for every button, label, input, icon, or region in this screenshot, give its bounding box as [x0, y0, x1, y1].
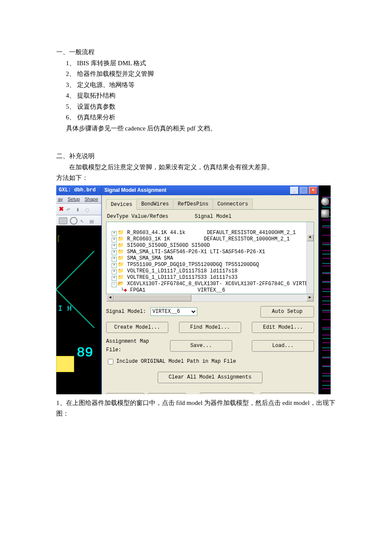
clear-all-button[interactable]: Clear All Model Assignments	[158, 372, 262, 383]
checkbox-input[interactable]	[108, 359, 113, 364]
list-item: 3、 定义电源、地网络等	[56, 80, 337, 91]
close-icon[interactable]: ✖	[59, 204, 64, 214]
scroll-right-icon[interactable]: ▶	[306, 295, 314, 301]
header-devtype: DevType Value/Refdes	[107, 212, 195, 221]
camera-icon[interactable]	[321, 209, 329, 218]
scroll-thumb[interactable]	[114, 295, 191, 301]
tab-connectors[interactable]: Connectors	[213, 199, 253, 209]
create-model-button[interactable]: Create Model...	[106, 322, 168, 333]
list-item: 4、 提取拓扑结构	[56, 90, 337, 101]
tab-refdespins[interactable]: RefDesPins	[173, 199, 213, 209]
find-model-button[interactable]: Find Model...	[179, 322, 241, 333]
tab-devices[interactable]: Devices	[106, 199, 137, 210]
signal-model-assignment-dialog: Signal Model Assignment _ □ × Devices Bo…	[101, 185, 319, 394]
paragraph: 1、在上图给器件加载模型的窗口中，点击 fild model 为器件加载模型，然…	[56, 398, 337, 419]
rect-tool-icon[interactable]	[59, 217, 67, 224]
embedded-screenshot: GXL: dbh.brd ay Setup Shape L ✖ ↶ ⬇ ◌ ↖ …	[56, 185, 331, 394]
list-item: 2、 给器件加载模型并定义管脚	[56, 69, 337, 80]
signal-model-label: Signal Model:	[106, 307, 146, 316]
tab-bondwires[interactable]: BondWires	[136, 199, 173, 209]
horizontal-scrollbar[interactable]: ◀ ▶	[106, 294, 314, 302]
minimize-icon[interactable]: _	[290, 187, 299, 194]
canvas-glyph: I H	[58, 302, 72, 315]
scroll-left-icon[interactable]: ◀	[107, 295, 114, 301]
toolbar-icon[interactable]: ↶	[66, 206, 73, 213]
toolbar-icon[interactable]: ◌	[85, 206, 92, 213]
menu-item[interactable]: ay	[58, 197, 63, 202]
list-item: 1、 IBIS 库转换层 DML 格式	[56, 58, 337, 69]
include-path-checkbox[interactable]: Include ORIGINAL Model Path in Map File	[106, 357, 314, 366]
tab-bar: Devices BondWires RefDesPins Connectors	[106, 199, 314, 210]
list-item: 6、 仿真结果分析	[56, 112, 337, 123]
signal-model-select[interactable]: VIRTEX__6	[150, 307, 197, 316]
scroll-up-icon[interactable]: ▲	[307, 234, 314, 241]
auto-setup-button[interactable]: Auto Setup	[260, 306, 314, 317]
toolbar-icon[interactable]: ⬇	[76, 206, 83, 213]
paragraph: 具体步骤请参见一些 cadence 后仿真的相关 pdf 文档。	[56, 123, 337, 134]
preferences-button[interactable]: Preferences...	[200, 393, 254, 394]
close-icon[interactable]: ×	[309, 187, 317, 194]
dialog-titlebar[interactable]: Signal Model Assignment _ □ ×	[102, 186, 318, 195]
canvas-glyph: ⌠	[56, 234, 60, 244]
canvas-component	[56, 356, 74, 372]
canvas-text: 89	[77, 341, 93, 364]
checkbox-label: Include ORIGINAL Model Path in Map File	[116, 357, 236, 366]
paragraph: 在加载模型之后注意定义管脚，如果没有定义，仿真结果会有很大差异。	[56, 162, 337, 173]
header-signal-model: Signal Model	[195, 212, 231, 221]
heading-2: 二、补充说明	[56, 151, 337, 162]
heading-1: 一、一般流程	[56, 47, 337, 58]
menu-item[interactable]: Setup	[68, 197, 80, 202]
list-item: 5、 设置仿真参数	[56, 101, 337, 113]
edit-model-button[interactable]: Edit Model...	[252, 322, 314, 333]
cursor-icon[interactable]: ↖	[80, 217, 87, 224]
circle-tool-icon[interactable]	[70, 217, 78, 225]
device-tree[interactable]: +📁 R_R0603_44.1K 44.1k DEFAULT_RESISTOR_…	[106, 222, 314, 294]
load-button[interactable]: Load...	[252, 340, 314, 351]
menu-item[interactable]: Shape	[85, 197, 98, 202]
ok-button[interactable]: OK	[106, 393, 144, 394]
map-file-label: Assignment Map File:	[106, 337, 159, 355]
vertical-scrollbar[interactable]: ▲	[306, 222, 314, 294]
help-button[interactable]: Help	[260, 393, 314, 394]
maximize-icon: □	[300, 187, 308, 194]
cadence-app-window: GXL: dbh.brd ay Setup Shape L ✖ ↶ ⬇ ◌ ↖ …	[56, 185, 331, 394]
column-headers: DevType Value/Refdes Signal Model	[107, 212, 314, 221]
pcb-canvas[interactable]: ⌠ I H 89	[56, 225, 104, 394]
paragraph: 方法如下：	[56, 173, 337, 184]
info-icon[interactable]	[321, 197, 329, 206]
cancel-button[interactable]: Cancel	[148, 393, 186, 394]
layers-icon[interactable]: ▤	[89, 217, 96, 224]
dialog-title: Signal Model Assignment	[104, 186, 167, 194]
save-button[interactable]: Save...	[170, 340, 232, 351]
right-toolbar	[318, 185, 331, 394]
document-body: 一、一般流程 1、 IBIS 库转换层 DML 格式 2、 给器件加载模型并定义…	[0, 0, 392, 436]
